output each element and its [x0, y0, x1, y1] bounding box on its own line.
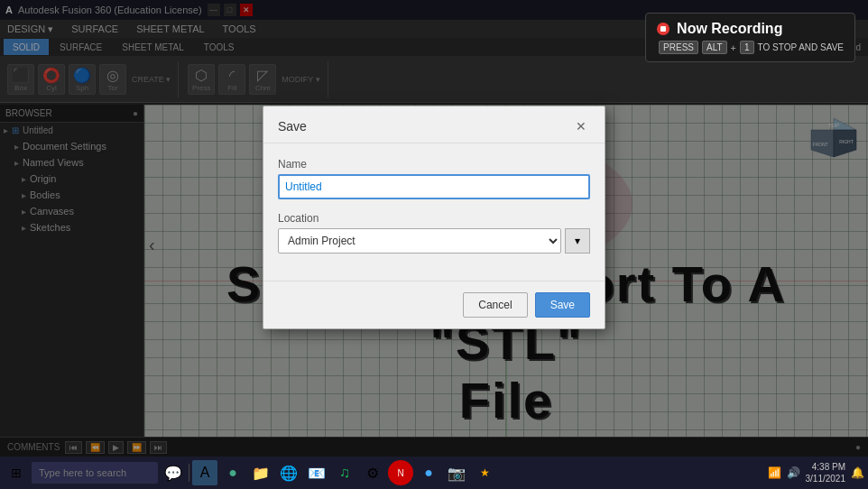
- taskbar-icon-cortana[interactable]: 💬: [161, 460, 186, 485]
- taskbar-search[interactable]: [32, 462, 158, 484]
- taskbar-notification[interactable]: 🔔: [851, 466, 864, 479]
- location-field-group: Location Admin Project ▾: [278, 212, 590, 254]
- taskbar-icon-app1[interactable]: N: [388, 460, 413, 485]
- recording-title: Now Recording: [677, 21, 782, 37]
- taskbar-icon-mail[interactable]: 📧: [304, 460, 329, 485]
- taskbar-icon-spotify[interactable]: ♫: [332, 460, 357, 485]
- start-button[interactable]: ⊞: [4, 460, 29, 485]
- taskbar: ⊞ 💬 A ● 📁 🌐 📧 ♫ ⚙ N ● 📷 ★ 📶 🔊 4:38 PM 3/…: [0, 457, 868, 489]
- kbd-1: 1: [740, 41, 754, 54]
- save-dialog: Save ✕ Name Location Admin Project ▾: [263, 106, 605, 329]
- taskbar-volume-icon: 🔊: [787, 466, 800, 479]
- taskbar-right: 📶 🔊 4:38 PM 3/11/2021 🔔: [768, 461, 865, 484]
- stop-hint: TO STOP AND SAVE: [758, 42, 844, 52]
- name-label: Name: [278, 158, 590, 171]
- location-dropdown-btn[interactable]: ▾: [565, 228, 590, 254]
- recording-dot: [657, 23, 669, 35]
- dialog-header: Save ✕: [263, 106, 605, 143]
- taskbar-icon-chrome[interactable]: ●: [220, 460, 245, 485]
- taskbar-icon-edge[interactable]: 🌐: [276, 460, 301, 485]
- kbd-alt: ALT: [702, 41, 727, 54]
- modal-overlay: Save ✕ Name Location Admin Project ▾: [0, 0, 868, 489]
- taskbar-icon-autodesk[interactable]: A: [192, 460, 217, 485]
- taskbar-time-display: 4:38 PM: [806, 461, 846, 473]
- taskbar-datetime: 4:38 PM 3/11/2021: [806, 461, 846, 484]
- location-label: Location: [278, 212, 590, 225]
- dialog-body: Name Location Admin Project ▾: [263, 143, 605, 281]
- app-container: A Autodesk Fusion 360 (Education License…: [0, 0, 868, 489]
- recording-hint: PRESS ALT + 1 TO STOP AND SAVE: [657, 41, 844, 54]
- save-button[interactable]: Save: [535, 292, 590, 318]
- name-input[interactable]: [278, 174, 590, 199]
- location-select[interactable]: Admin Project: [278, 228, 561, 254]
- kbd-press: PRESS: [659, 41, 698, 54]
- location-select-wrap: Admin Project ▾: [278, 228, 590, 254]
- taskbar-network-icon: 📶: [768, 466, 781, 479]
- recording-header: Now Recording: [657, 21, 844, 37]
- taskbar-divider: [189, 464, 189, 482]
- taskbar-date-display: 3/11/2021: [806, 473, 846, 484]
- name-field-group: Name: [278, 158, 590, 199]
- recording-notification: Now Recording PRESS ALT + 1 TO STOP AND …: [645, 13, 855, 62]
- cancel-button[interactable]: Cancel: [463, 292, 527, 318]
- taskbar-icon-app3[interactable]: ★: [472, 460, 497, 485]
- taskbar-icon-explorer[interactable]: 📁: [248, 460, 273, 485]
- taskbar-icon-camera[interactable]: 📷: [444, 460, 469, 485]
- kbd-plus: +: [731, 42, 736, 53]
- taskbar-icon-app2[interactable]: ●: [416, 460, 441, 485]
- dialog-footer: Cancel Save: [263, 281, 605, 328]
- dialog-title: Save: [278, 119, 307, 134]
- taskbar-icon-settings[interactable]: ⚙: [360, 460, 385, 485]
- dialog-close-button[interactable]: ✕: [572, 117, 590, 135]
